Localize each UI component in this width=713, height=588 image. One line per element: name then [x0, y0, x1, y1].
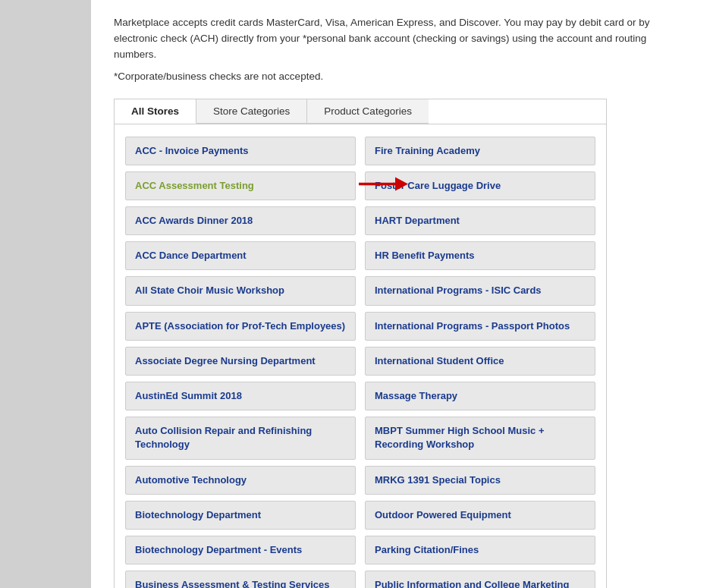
store-item-biotech-events[interactable]: Biotechnology Department - Events — [125, 536, 356, 564]
store-item-massage-therapy[interactable]: Massage Therapy — [365, 382, 595, 410]
store-item-foster-care[interactable]: Foster Care Luggage Drive — [365, 171, 595, 200]
store-item-parking-citation[interactable]: Parking Citation/Fines — [365, 536, 595, 564]
intro-line1: Marketplace accepts credit cards MasterC… — [114, 15, 690, 63]
store-item-business-assessment[interactable]: Business Assessment & Testing Services — [125, 571, 356, 588]
store-item-outdoor-powered[interactable]: Outdoor Powered Equipment — [365, 501, 595, 530]
store-item-fire-training[interactable]: Fire Training Academy — [365, 137, 595, 165]
store-item-assoc-degree-nursing[interactable]: Associate Degree Nursing Department — [125, 347, 356, 376]
store-item-hart-dept[interactable]: HART Department — [365, 206, 595, 235]
store-item-acc-invoice[interactable]: ACC - Invoice Payments — [125, 137, 356, 165]
tab-product-categories[interactable]: Product Categories — [307, 99, 429, 124]
intro-section: Marketplace accepts credit cards MasterC… — [114, 15, 690, 85]
tabs-bar: All Stores Store Categories Product Cate… — [114, 99, 607, 124]
store-item-public-info[interactable]: Public Information and College Marketing — [365, 571, 595, 588]
store-item-intl-passport[interactable]: International Programs - Passport Photos — [365, 312, 595, 341]
store-item-apte[interactable]: APTE (Association for Prof-Tech Employee… — [125, 312, 356, 341]
store-item-all-state-choir[interactable]: All State Choir Music Workshop — [125, 276, 356, 305]
store-item-auto-collision[interactable]: Auto Collision Repair and Refinishing Te… — [125, 417, 356, 459]
store-item-acc-awards[interactable]: ACC Awards Dinner 2018 — [125, 206, 356, 235]
stores-content: ACC - Invoice PaymentsFire Training Acad… — [114, 124, 607, 588]
intro-line2: *Corporate/business checks are not accep… — [114, 69, 690, 85]
tab-store-categories[interactable]: Store Categories — [196, 99, 307, 124]
store-item-biotech-dept[interactable]: Biotechnology Department — [125, 501, 356, 530]
tab-all-stores[interactable]: All Stores — [115, 99, 196, 124]
store-item-acc-dance[interactable]: ACC Dance Department — [125, 241, 356, 270]
store-item-acc-assessment[interactable]: ACC Assessment Testing — [125, 171, 356, 200]
store-item-mbpt-summer[interactable]: MBPT Summer High School Music + Recordin… — [365, 417, 595, 459]
store-item-intl-student[interactable]: International Student Office — [365, 347, 595, 376]
store-item-automotive-tech[interactable]: Automotive Technology — [125, 466, 356, 495]
main-container: Marketplace accepts credit cards MasterC… — [91, 0, 713, 588]
store-item-mrkg-1391[interactable]: MRKG 1391 Special Topics — [365, 466, 595, 495]
store-item-intl-isic[interactable]: International Programs - ISIC Cards — [365, 276, 595, 305]
store-item-hr-benefit[interactable]: HR Benefit Payments — [365, 241, 595, 270]
store-item-austined-summit[interactable]: AustinEd Summit 2018 — [125, 382, 356, 410]
stores-grid: ACC - Invoice PaymentsFire Training Acad… — [125, 137, 595, 588]
